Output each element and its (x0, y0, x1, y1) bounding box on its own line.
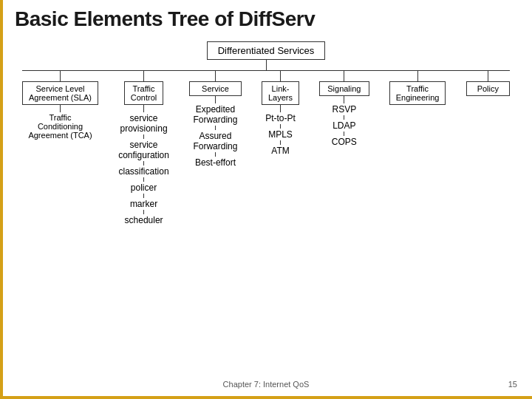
sig-cops: COPS (332, 136, 357, 148)
root-node: Differentiated Services (207, 41, 326, 60)
vert-te (417, 71, 418, 81)
ll-pt2pt: Pt-to-Pt (265, 112, 296, 124)
node-linklayers: Link-Layers (262, 81, 299, 105)
tc-service-provisioning: serviceprovisioning (120, 112, 168, 134)
ll-mpls: MPLS (268, 129, 293, 140)
level1-col-te: TrafficEngineering (389, 71, 446, 105)
tc-marker: marker (130, 198, 157, 210)
tc-service-configuration: serviceconfiguration (118, 139, 169, 161)
page: Basic Elements Tree of DiffServ Differen… (0, 0, 532, 399)
sig-sub: RSVP LDAP COPS (332, 103, 357, 148)
node-policy: Policy (466, 81, 510, 96)
node-te: TrafficEngineering (389, 81, 446, 105)
level1-col-sla: Service LevelAgreement (SLA) TrafficCond… (22, 71, 98, 140)
level1-col-tc: TrafficControl serviceprovisioning servi… (118, 71, 169, 226)
node-tc: TrafficControl (124, 81, 163, 105)
footer: Chapter 7: Internet QoS (0, 380, 532, 389)
vert-tc (143, 71, 144, 81)
vert-pol (488, 71, 488, 81)
level1-col-signaling: Signaling RSVP LDAP COPS (319, 71, 369, 148)
ll-atm: ATM (271, 145, 289, 157)
ll-sub: Pt-to-Pt MPLS ATM (265, 112, 296, 157)
vert-tc2 (143, 105, 144, 112)
node-service: Service (189, 81, 242, 96)
node-signaling: Signaling (319, 81, 369, 96)
bottom-bar (0, 396, 532, 399)
root-vert (266, 60, 267, 70)
vert-sig2 (344, 96, 344, 103)
level1-col-service: Service ExpeditedForwarding AssuredForwa… (189, 71, 242, 168)
vert-svc (215, 71, 216, 81)
level1-col-policy: Policy (466, 71, 510, 96)
node-sla: Service LevelAgreement (SLA) (22, 81, 98, 105)
svc-assured: AssuredForwarding (193, 130, 237, 152)
vert-sla2 (60, 105, 61, 112)
sig-rsvp: RSVP (332, 103, 357, 115)
sig-ldap: LDAP (332, 120, 355, 132)
left-bar (0, 0, 3, 399)
tc-policer: policer (131, 182, 157, 194)
h-bar (22, 70, 510, 71)
tc-scheduler: scheduler (125, 214, 163, 226)
vert-sla (60, 71, 61, 81)
page-number: 15 (508, 380, 517, 389)
level1-row: Service LevelAgreement (SLA) TrafficCond… (22, 71, 510, 226)
tc-sub: serviceprovisioning serviceconfiguration… (118, 112, 169, 226)
page-title: Basic Elements Tree of DiffServ (15, 7, 517, 31)
vert-svc2 (215, 96, 216, 103)
svc-expedited: ExpeditedForwarding (193, 103, 237, 126)
h-bar-wrapper (22, 70, 510, 71)
vert-ll2 (280, 105, 281, 112)
level1-col-linklayers: Link-Layers Pt-to-Pt MPLS ATM (262, 71, 299, 157)
vert-ll (280, 71, 281, 81)
svc-sub: ExpeditedForwarding AssuredForwarding Be… (193, 103, 237, 168)
tc-classification: classification (119, 166, 169, 177)
tree-container: Differentiated Services Service LevelAgr… (15, 41, 517, 226)
sub-sla-tca: TrafficConditioningAgreement (TCA) (28, 112, 92, 140)
svc-besteffort: Best-effort (195, 157, 236, 168)
vert-sig (344, 71, 344, 81)
